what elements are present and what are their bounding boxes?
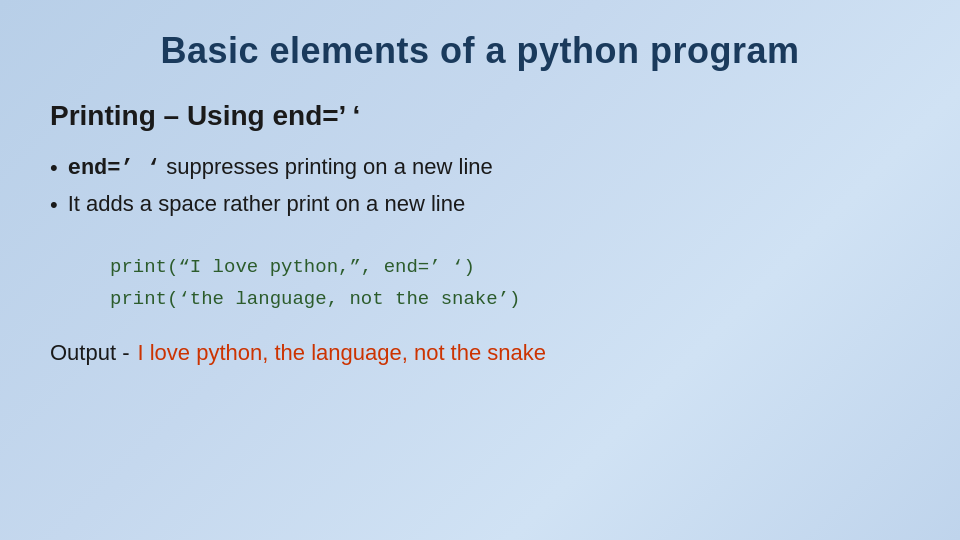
bullet-item-2: It adds a space rather print on a new li… — [50, 191, 910, 220]
bullet-text-1: end=’ ‘ suppresses printing on a new lin… — [68, 154, 493, 181]
slide: Basic elements of a python program Print… — [0, 0, 960, 540]
bullet-text-2: It adds a space rather print on a new li… — [68, 191, 465, 217]
section-subtitle: Printing – Using end=’ ‘ — [50, 100, 910, 132]
code-block: print(“I love python,”, end=’ ‘) print(‘… — [110, 251, 910, 316]
bullet-code-1: end=’ ‘ — [68, 156, 160, 181]
output-line: Output - I love python, the language, no… — [50, 340, 910, 366]
output-label: Output - — [50, 340, 129, 366]
code-line-2: print(‘the language, not the snake’) — [110, 283, 910, 315]
slide-title: Basic elements of a python program — [50, 30, 910, 72]
bullet-item-1: end=’ ‘ suppresses printing on a new lin… — [50, 154, 910, 183]
bullet-list: end=’ ‘ suppresses printing on a new lin… — [50, 154, 910, 227]
code-line-1: print(“I love python,”, end=’ ‘) — [110, 251, 910, 283]
output-value: I love python, the language, not the sna… — [137, 340, 546, 366]
